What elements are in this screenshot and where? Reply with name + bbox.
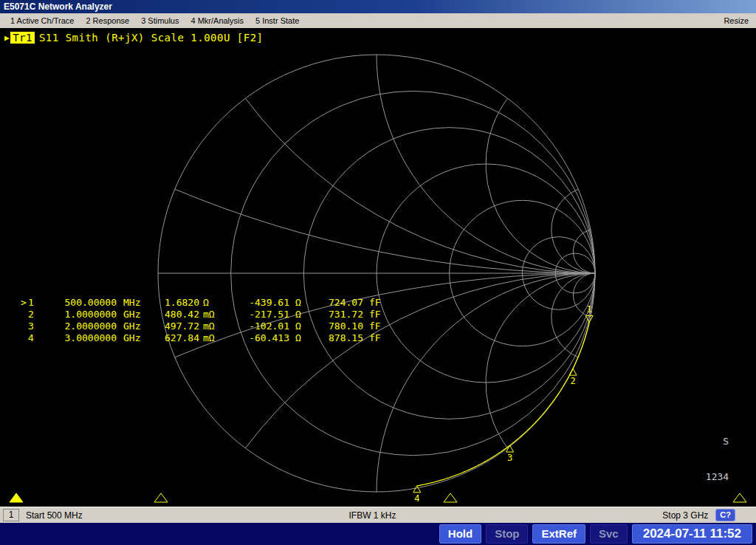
marker-stimulus-indicator <box>10 493 23 502</box>
marker-capacitance: 724.07 <box>306 297 363 309</box>
marker-capacitance: 731.72 <box>306 309 363 321</box>
marker-resistance-unit: mΩ <box>203 309 221 321</box>
trace-info-line: ▶ Tr1 S11 Smith (R+jX) Scale 1.000U [F2] <box>4 31 264 44</box>
marker-number: 2 <box>28 309 35 321</box>
marker-resistance: 1.6820 <box>147 297 199 309</box>
marker-stimulus-indicator <box>444 493 457 502</box>
marker-resistance-unit: mΩ <box>203 332 221 344</box>
extref-button[interactable]: ExtRef <box>532 524 585 544</box>
vna-screen: E5071C Network Analyzer 1 Active Ch/Trac… <box>0 0 756 545</box>
legend-line: S <box>700 436 735 448</box>
stop-frequency-label: Stop 3 GHz <box>662 510 708 521</box>
marker-resistance-unit: Ω <box>203 297 221 309</box>
marker-reactance-unit: Ω <box>295 297 306 309</box>
marker-resistance: 480.42 <box>147 309 199 321</box>
marker-frequency-unit: GHz <box>123 332 147 344</box>
trace-marker-symbol <box>413 486 421 493</box>
marker-readout-row: 3 2.0000000 GHz 497.72 mΩ -102.01 Ω 780.… <box>21 321 384 332</box>
hold-button[interactable]: Hold <box>439 524 481 544</box>
marker-reactance-unit: Ω <box>295 332 306 344</box>
trace1-badge[interactable]: Tr1 <box>10 32 35 44</box>
marker-reactance-unit: Ω <box>295 309 306 321</box>
active-trace-arrow-icon: ▶ <box>4 33 10 43</box>
marker-active-indicator: > <box>21 297 28 309</box>
marker-readout-row: 2 1.0000000 GHz 480.42 mΩ -217.51 Ω 731.… <box>21 309 384 321</box>
marker-frequency: 1.0000000 <box>35 309 117 321</box>
reactance-arc <box>486 98 595 273</box>
trace-marker-number: 4 <box>414 493 419 504</box>
marker-readout-row: > 1 500.00000 MHz 1.6820 Ω -439.61 Ω 724… <box>21 297 384 309</box>
start-frequency-label: Start 500 MHz <box>26 510 83 521</box>
marker-resistance-unit: mΩ <box>203 321 221 332</box>
trace-format-label: S11 Smith (R+jX) Scale 1.000U [F2] <box>39 32 264 44</box>
marker-frequency: 3.0000000 <box>35 332 117 344</box>
marker-readout-table: > 1 500.00000 MHz 1.6820 Ω -439.61 Ω 724… <box>21 297 384 344</box>
menu-mkr-analysis[interactable]: 4 Mkr/Analysis <box>185 15 250 27</box>
svc-button[interactable]: Svc <box>590 524 628 544</box>
reactance-arc <box>486 273 595 448</box>
ifbw-label: IFBW 1 kHz <box>83 510 663 521</box>
display-area: 1234 ▶ Tr1 S11 Smith (R+jX) Scale 1.000U… <box>0 28 756 507</box>
marker-capacitance-unit: fF <box>369 309 384 321</box>
trace-marker-number: 1 <box>587 304 592 315</box>
marker-reactance: -217.51 <box>221 309 289 321</box>
marker-frequency-unit: GHz <box>123 309 147 321</box>
instrument-status-bar: Hold Stop ExtRef Svc 2024-07-11 11:52 <box>0 523 756 545</box>
marker-reactance: -102.01 <box>221 321 289 332</box>
window-title: E5071C Network Analyzer <box>4 1 112 12</box>
channel-number-box[interactable]: 1 <box>3 509 19 521</box>
marker-capacitance-unit: fF <box>369 321 384 332</box>
menu-response[interactable]: 2 Response <box>80 15 135 27</box>
marker-active-indicator <box>21 321 28 332</box>
marker-stimulus-indicator <box>733 493 746 502</box>
marker-capacitance-unit: fF <box>369 332 384 344</box>
trace-marker-number: 2 <box>570 376 575 386</box>
marker-readout-row: 4 3.0000000 GHz 627.84 mΩ -60.413 Ω 878.… <box>21 332 384 344</box>
marker-frequency-unit: GHz <box>123 321 147 332</box>
statusbar: 1 Start 500 MHz IFBW 1 kHz Stop 3 GHz C? <box>0 507 756 523</box>
menu-stimulus[interactable]: 3 Stimulus <box>135 15 185 27</box>
marker-stimulus-indicator <box>154 493 168 502</box>
marker-frequency-unit: MHz <box>123 297 147 309</box>
marker-capacitance: 780.10 <box>306 321 363 332</box>
marker-resistance: 627.84 <box>147 332 199 344</box>
menu-active-ch-trace[interactable]: 1 Active Ch/Trace <box>4 15 80 27</box>
marker-capacitance-unit: fF <box>369 297 384 309</box>
marker-reactance: -60.413 <box>221 332 289 344</box>
marker-number: 1 <box>28 297 35 309</box>
titlebar[interactable]: E5071C Network Analyzer <box>0 0 756 13</box>
marker-resistance: 497.72 <box>147 321 199 332</box>
marker-active-indicator <box>21 309 28 321</box>
trace-marker-number: 3 <box>507 453 512 463</box>
menu-resize[interactable]: Resize <box>721 15 752 27</box>
marker-capacitance: 878.15 <box>306 332 363 344</box>
marker-frequency: 2.0000000 <box>35 321 117 332</box>
legend-line: 1234 <box>700 471 735 483</box>
marker-reactance: -439.61 <box>221 297 289 309</box>
marker-number: 3 <box>28 321 35 332</box>
marker-active-indicator <box>21 332 28 344</box>
marker-frequency: 500.00000 <box>35 297 117 309</box>
correction-status-badge[interactable]: C? <box>715 509 735 521</box>
marker-reactance-unit: Ω <box>295 321 306 332</box>
menubar: 1 Active Ch/Trace 2 Response 3 Stimulus … <box>0 13 756 28</box>
smith-chart: 1234 <box>0 28 756 507</box>
marker-number: 4 <box>28 332 35 344</box>
menu-instr-state[interactable]: 5 Instr State <box>250 15 305 27</box>
datetime-display: 2024-07-11 11:52 <box>632 524 752 544</box>
stop-button[interactable]: Stop <box>486 524 528 544</box>
